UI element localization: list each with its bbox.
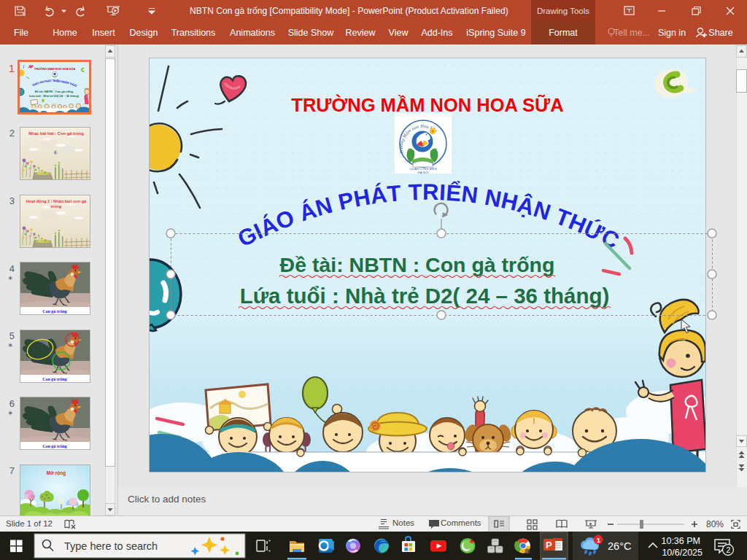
svg-text:1: 1 [597, 536, 601, 544]
svg-text:TRƯỜNG MẦM NON HOA SỮA: TRƯỜNG MẦM NON HOA SỮA [291, 94, 563, 115]
svg-text:HÀ NỘI: HÀ NỘI [418, 171, 429, 174]
svg-text:26°C: 26°C [608, 540, 631, 552]
svg-text:Type here to search: Type here to search [64, 540, 158, 552]
svg-text:trống: trống [51, 204, 62, 209]
svg-text:80%: 80% [706, 519, 724, 529]
svg-text:Lứa tuổi : Nhà trẻ D2( 24 – 36: Lứa tuổi : Nhà trẻ D2( 24 – 36 tháng) [240, 284, 610, 308]
svg-text:Đề tài: NBTN : Con gà trống: Đề tài: NBTN : Con gà trống [35, 90, 74, 93]
svg-text:Lứa tuổi : Nhà trẻ D2( 24 – 36: Lứa tuổi : Nhà trẻ D2( 24 – 36 tháng) [29, 94, 80, 98]
svg-text:10/6/2025: 10/6/2025 [662, 548, 703, 558]
svg-text:Hoạt động 1 : Nhận biết con gà: Hoạt động 1 : Nhận biết con gà [26, 199, 87, 203]
svg-text:TRƯỜNG MẦM NON HOA SỮA: TRƯỜNG MẦM NON HOA SỮA [34, 67, 76, 71]
svg-text:Mở rộng: Mở rộng [47, 470, 66, 476]
svg-text:P: P [546, 540, 552, 551]
svg-text:Đề tài: NBTN : Con gà trống: Đề tài: NBTN : Con gà trống [280, 253, 555, 276]
svg-text:Nhạc bài hát : Con gà trống: Nhạc bài hát : Con gà trống [28, 131, 84, 136]
svg-text:10:36 PM: 10:36 PM [661, 536, 700, 546]
svg-text:2: 2 [727, 545, 731, 554]
